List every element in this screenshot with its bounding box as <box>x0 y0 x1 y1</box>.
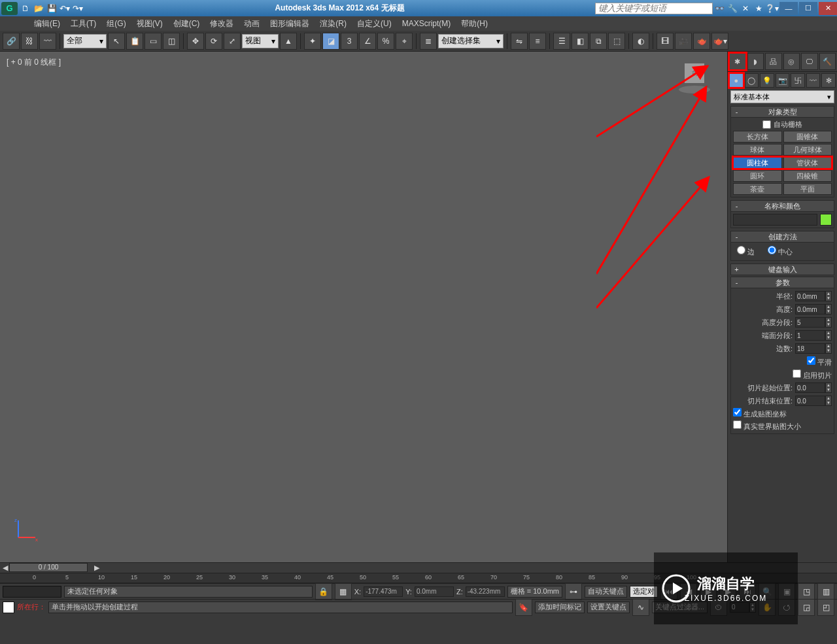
menu-animation[interactable]: 动画 <box>239 18 265 29</box>
menu-graph-editor[interactable]: 图形编辑器 <box>265 18 315 29</box>
radius-spinner[interactable]: ▲▼ <box>795 291 832 301</box>
geometry-subtab-icon[interactable]: ● <box>729 73 743 88</box>
xform-type-icon[interactable]: ▦ <box>335 583 352 600</box>
help-icon[interactable]: ❔▾ <box>766 3 777 14</box>
teapot-button[interactable]: 茶壶 <box>733 183 782 195</box>
modify-tab-icon[interactable]: ◗ <box>747 53 764 70</box>
move-icon[interactable]: ✥ <box>187 33 204 50</box>
star-icon[interactable]: ★ <box>753 3 764 14</box>
torus-button[interactable]: 圆环 <box>733 170 782 182</box>
named-selection-combo[interactable]: 创建选择集▾ <box>438 34 504 48</box>
align-icon[interactable]: ≡ <box>529 33 546 50</box>
script-mini[interactable] <box>3 586 61 598</box>
ref-coord-combo[interactable]: 视图▾ <box>242 34 279 48</box>
autokey-button[interactable]: 自动关键点 <box>585 586 627 598</box>
maximize-button[interactable]: ☐ <box>799 2 817 15</box>
open-icon[interactable]: 📂 <box>33 3 44 14</box>
tag-icon[interactable]: 🔖 <box>515 599 532 616</box>
menu-create[interactable]: 创建(C) <box>168 18 205 29</box>
menu-render[interactable]: 渲染(R) <box>315 18 352 29</box>
center-radio[interactable]: 中心 <box>768 246 793 257</box>
systems-subtab-icon[interactable]: ✻ <box>821 73 836 88</box>
objtype-rollout-header[interactable]: -对象类型 <box>730 106 834 118</box>
menu-view[interactable]: 视图(V) <box>131 18 168 29</box>
cone-button[interactable]: 圆锥体 <box>783 131 832 143</box>
selection-filter-combo[interactable]: 全部▾ <box>63 34 107 48</box>
slider-right-icon[interactable]: ▶ <box>94 564 99 572</box>
new-icon[interactable]: 🗋 <box>20 3 31 14</box>
spacewarps-subtab-icon[interactable]: 〰 <box>806 73 821 88</box>
keymode-icon[interactable]: ∿ <box>632 599 649 616</box>
scale-icon[interactable]: ⤢ <box>224 33 241 50</box>
select-icon[interactable]: ↖ <box>108 33 125 50</box>
display-tab-icon[interactable]: 🖵 <box>801 53 818 70</box>
menu-modifier[interactable]: 修改器 <box>205 18 239 29</box>
minimize-button[interactable]: — <box>779 2 798 15</box>
render-icon[interactable]: 🫖 <box>693 33 710 50</box>
edge-radio[interactable]: 边 <box>737 246 755 257</box>
menu-maxscript[interactable]: MAXScript(M) <box>397 19 456 28</box>
color-swatch[interactable] <box>820 214 832 226</box>
sliceto-spinner[interactable]: ▲▼ <box>795 396 832 406</box>
redo-icon[interactable]: ↷▾ <box>73 3 83 14</box>
slider-left-icon[interactable]: ◀ <box>3 564 8 572</box>
cylinder-button[interactable]: 圆柱体 <box>733 157 782 169</box>
wrench-icon[interactable]: 🔧 <box>727 3 738 14</box>
params-rollout-header[interactable]: -参数 <box>730 277 834 288</box>
slice-checkbox[interactable]: 启用切片 <box>793 369 832 381</box>
menu-help[interactable]: 帮助(H) <box>456 18 493 29</box>
smooth-checkbox[interactable]: 平滑 <box>807 356 832 367</box>
menu-group[interactable]: 组(G) <box>101 18 131 29</box>
motion-tab-icon[interactable]: ◎ <box>783 53 800 70</box>
rotate-icon[interactable]: ⟳ <box>205 33 222 50</box>
viewport-front[interactable]: [ + 0 前 0 线框 ] 前 zx <box>0 52 727 562</box>
box-button[interactable]: 长方体 <box>733 131 782 143</box>
spinner-snap-icon[interactable]: ⌖ <box>396 33 413 50</box>
menu-customize[interactable]: 自定义(U) <box>352 18 397 29</box>
plane-button[interactable]: 平面 <box>783 183 832 195</box>
nav-walk-icon[interactable]: ◲ <box>798 599 815 616</box>
keyboard-rollout-header[interactable]: +键盘输入 <box>730 263 834 275</box>
viewcube-icon[interactable]: 前 <box>675 58 714 97</box>
cseg-spinner[interactable]: ▲▼ <box>795 330 832 341</box>
setkey-button[interactable]: 设置关键点 <box>587 602 630 613</box>
window-crossing-icon[interactable]: ◫ <box>163 33 180 50</box>
create-tab-icon[interactable]: ✱ <box>729 53 746 70</box>
schematic-icon[interactable]: ⬚ <box>608 33 625 50</box>
material-editor-icon[interactable]: ◐ <box>632 33 649 50</box>
sphere-button[interactable]: 球体 <box>733 144 782 156</box>
menu-tools[interactable]: 工具(T) <box>65 18 101 29</box>
snap-3d-icon[interactable]: 3 <box>341 33 358 50</box>
render-setup-icon[interactable]: 🎞 <box>657 33 674 50</box>
select-region-icon[interactable]: ▭ <box>145 33 162 50</box>
z-field[interactable]: -43.223mm <box>466 586 505 597</box>
hierarchy-tab-icon[interactable]: 品 <box>765 53 782 70</box>
bind-space-icon[interactable]: 〰 <box>39 33 56 50</box>
angle-snap-icon[interactable]: ∠ <box>359 33 376 50</box>
lights-subtab-icon[interactable]: 💡 <box>760 73 774 88</box>
cameras-subtab-icon[interactable]: 📷 <box>776 73 790 88</box>
comm-center-icon[interactable]: ⊶ <box>565 583 582 600</box>
manipulate-icon[interactable]: ✦ <box>304 33 321 50</box>
menu-edit[interactable]: 编辑(E) <box>29 18 65 29</box>
named-sel-icon[interactable]: ≣ <box>420 33 437 50</box>
binoculars-icon[interactable]: 👓 <box>714 3 725 14</box>
unlink-icon[interactable]: ⛓ <box>21 33 38 50</box>
render-prod-icon[interactable]: 🫖▾ <box>711 33 728 50</box>
select-name-icon[interactable]: 📋 <box>126 33 143 50</box>
createmethod-rollout-header[interactable]: -创建方法 <box>730 231 834 243</box>
category-dropdown[interactable]: 标准基本体▾ <box>730 90 834 103</box>
pyramid-button[interactable]: 四棱锥 <box>783 170 832 182</box>
height-spinner[interactable]: ▲▼ <box>795 304 832 314</box>
link-icon[interactable]: 🔗 <box>3 33 20 50</box>
help-search-input[interactable] <box>595 3 713 14</box>
curve-editor-icon[interactable]: ⧉ <box>590 33 607 50</box>
utilities-tab-icon[interactable]: 🔨 <box>819 53 836 70</box>
sides-spinner[interactable]: ▲▼ <box>795 343 832 354</box>
add-time-tag[interactable]: 添加时间标记 <box>535 602 585 613</box>
genuv-checkbox[interactable]: 生成贴图坐标 <box>733 408 787 419</box>
render-frame-icon[interactable]: 🎥 <box>675 33 692 50</box>
shapes-subtab-icon[interactable]: ◯ <box>745 73 759 88</box>
hseg-spinner[interactable]: ▲▼ <box>795 317 832 328</box>
autogrid-checkbox[interactable] <box>762 120 771 129</box>
